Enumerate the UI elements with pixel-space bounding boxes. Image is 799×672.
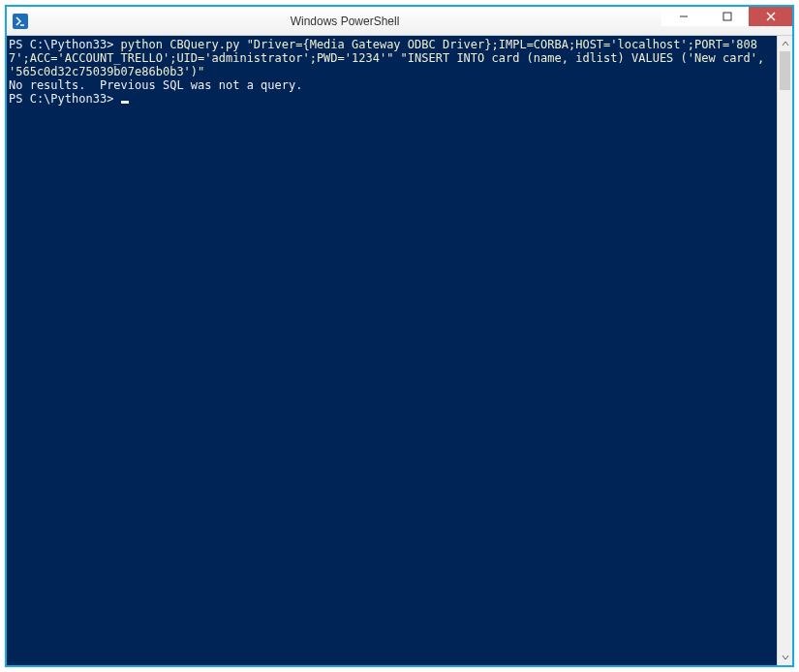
prompt: PS C:\Python33> xyxy=(9,92,113,106)
command-text xyxy=(113,92,120,106)
window-title: Windows PowerShell xyxy=(28,15,661,28)
window-controls xyxy=(661,7,792,35)
scroll-track[interactable] xyxy=(778,51,792,650)
powershell-window: Windows PowerShell PS C:\Python33> pytho… xyxy=(5,5,794,667)
prompt: PS C:\Python33> xyxy=(9,38,113,51)
vertical-scrollbar[interactable] xyxy=(777,36,792,665)
chevron-up-icon xyxy=(782,40,789,47)
chevron-down-icon xyxy=(782,654,789,661)
close-icon xyxy=(766,12,776,21)
output-line: No results. Previous SQL was not a query… xyxy=(9,78,302,92)
scroll-up-button[interactable] xyxy=(778,36,792,51)
svg-rect-1 xyxy=(723,13,731,20)
minimize-button[interactable] xyxy=(661,7,705,26)
powershell-icon xyxy=(13,14,28,29)
cursor xyxy=(121,101,129,104)
minimize-icon xyxy=(679,12,689,21)
terminal-area: PS C:\Python33> python CBQuery.py "Drive… xyxy=(7,36,792,665)
maximize-icon xyxy=(722,12,732,21)
titlebar[interactable]: Windows PowerShell xyxy=(7,7,792,36)
scroll-down-button[interactable] xyxy=(778,650,792,665)
scroll-thumb[interactable] xyxy=(780,51,790,90)
command-text: python CBQuery.py "Driver={Media Gateway… xyxy=(9,38,772,78)
maximize-button[interactable] xyxy=(705,7,749,26)
close-button[interactable] xyxy=(749,7,792,26)
terminal-output[interactable]: PS C:\Python33> python CBQuery.py "Drive… xyxy=(7,36,777,665)
